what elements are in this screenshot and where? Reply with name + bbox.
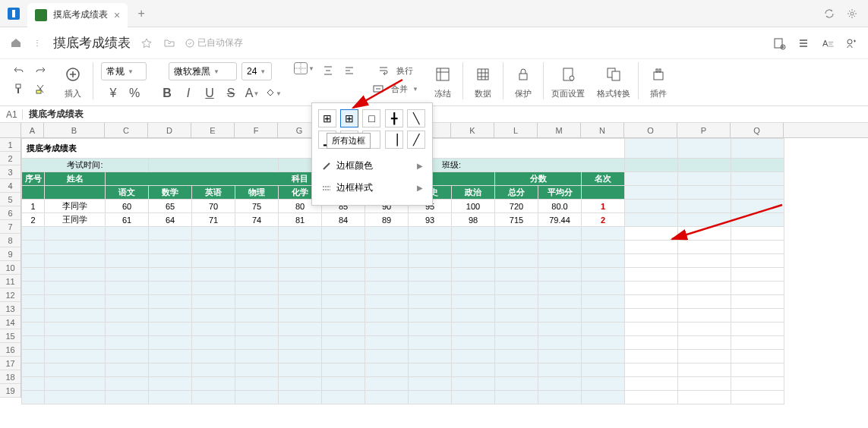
close-icon[interactable]: × — [114, 9, 120, 21]
cell[interactable] — [149, 254, 192, 268]
cell[interactable] — [45, 336, 106, 350]
format-painter-button[interactable] — [11, 80, 27, 97]
plugin-button[interactable] — [646, 62, 671, 87]
cell[interactable] — [279, 363, 322, 377]
cell[interactable] — [582, 350, 625, 363]
cell[interactable] — [452, 295, 495, 309]
cell[interactable] — [452, 309, 495, 323]
border-outer-option[interactable]: □ — [362, 109, 380, 127]
cell[interactable] — [279, 377, 322, 391]
cell[interactable] — [625, 295, 678, 309]
currency-button[interactable]: ¥ — [105, 85, 122, 102]
cell[interactable] — [322, 336, 365, 350]
cell[interactable] — [495, 268, 538, 282]
cell[interactable] — [582, 336, 625, 350]
cell[interactable]: 数学 — [149, 186, 192, 200]
protect-button[interactable] — [511, 62, 535, 87]
row-header[interactable]: 15 — [0, 329, 21, 343]
cell[interactable] — [538, 282, 582, 295]
cell[interactable] — [106, 377, 149, 391]
cell[interactable] — [45, 295, 106, 309]
cell[interactable] — [235, 336, 279, 350]
cell[interactable]: 物理 — [235, 186, 279, 200]
cell[interactable]: 80.0 — [538, 200, 582, 213]
cell[interactable] — [495, 391, 538, 404]
cell[interactable] — [409, 323, 452, 336]
cell[interactable] — [235, 268, 279, 282]
cell[interactable]: 720 — [495, 200, 538, 213]
cell[interactable] — [452, 377, 495, 391]
cell[interactable] — [409, 309, 452, 323]
row-header[interactable]: 7 — [0, 220, 21, 234]
cell[interactable] — [149, 336, 192, 350]
cell[interactable] — [495, 254, 538, 268]
cell[interactable]: 1 — [22, 200, 45, 213]
cell[interactable] — [45, 254, 106, 268]
cell[interactable] — [731, 336, 784, 350]
cell[interactable] — [495, 295, 538, 309]
redo-button[interactable] — [32, 62, 49, 79]
cell[interactable]: 2 — [22, 213, 45, 227]
cell[interactable]: 姓名 — [45, 172, 106, 186]
cell[interactable] — [279, 227, 322, 241]
cell[interactable] — [731, 186, 784, 200]
cell[interactable] — [192, 391, 235, 404]
font-size-dropdown[interactable]: 24▼ — [241, 62, 272, 80]
cell[interactable] — [625, 268, 678, 282]
cell[interactable] — [45, 241, 106, 254]
cell[interactable] — [279, 295, 322, 309]
page-setup-button[interactable] — [556, 62, 580, 87]
column-header[interactable]: Q — [731, 123, 784, 137]
cell[interactable]: 语文 — [106, 186, 149, 200]
border-right-option[interactable]: ▕ — [385, 131, 403, 149]
cell[interactable] — [538, 295, 582, 309]
row-header[interactable]: 16 — [0, 343, 21, 357]
cell[interactable] — [322, 295, 365, 309]
cell[interactable]: 98 — [452, 213, 495, 227]
cell[interactable] — [452, 227, 495, 241]
underline-button[interactable]: U — [201, 85, 218, 102]
column-header[interactable]: K — [451, 123, 494, 137]
cell[interactable]: 65 — [149, 200, 192, 213]
cell[interactable] — [106, 254, 149, 268]
cell[interactable] — [192, 268, 235, 282]
cell[interactable] — [625, 213, 678, 227]
insert-button[interactable] — [61, 62, 85, 87]
cell[interactable] — [22, 350, 45, 363]
cell[interactable] — [45, 323, 106, 336]
cell[interactable]: 61 — [106, 213, 149, 227]
cell[interactable] — [625, 200, 678, 213]
cell[interactable] — [106, 391, 149, 404]
cell[interactable] — [678, 377, 731, 391]
cell[interactable] — [731, 391, 784, 404]
cell[interactable] — [365, 336, 409, 350]
cell[interactable] — [45, 377, 106, 391]
cell[interactable] — [322, 363, 365, 377]
column-header[interactable]: P — [677, 123, 731, 137]
cell[interactable] — [731, 241, 784, 254]
row-header[interactable]: 13 — [0, 302, 21, 316]
cell[interactable] — [495, 336, 538, 350]
cell[interactable] — [495, 282, 538, 295]
cell[interactable]: 王同学 — [45, 213, 106, 227]
cell[interactable] — [538, 254, 582, 268]
cell[interactable] — [22, 186, 45, 200]
cell[interactable] — [538, 350, 582, 363]
cell[interactable] — [678, 213, 731, 227]
cell[interactable] — [322, 377, 365, 391]
cell[interactable] — [582, 363, 625, 377]
cell[interactable]: 平均分 — [538, 186, 582, 200]
cell[interactable] — [322, 282, 365, 295]
cell[interactable] — [495, 363, 538, 377]
add-tab-button[interactable]: + — [134, 6, 149, 21]
cell[interactable] — [495, 323, 538, 336]
cell[interactable] — [409, 227, 452, 241]
cell[interactable] — [149, 377, 192, 391]
column-header[interactable]: O — [624, 123, 677, 137]
cell[interactable] — [678, 295, 731, 309]
column-header[interactable]: C — [105, 123, 148, 137]
clear-format-button[interactable] — [32, 80, 49, 97]
cell[interactable] — [235, 227, 279, 241]
cell[interactable]: 序号 — [22, 172, 45, 186]
cell[interactable] — [538, 323, 582, 336]
